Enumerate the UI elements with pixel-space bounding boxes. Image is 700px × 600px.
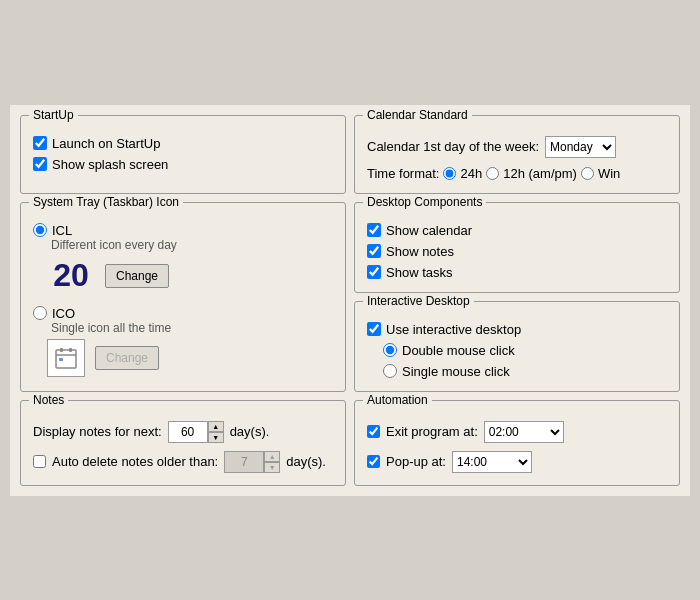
- display-unit: day(s).: [230, 424, 270, 439]
- show-notes-label: Show notes: [386, 244, 454, 259]
- single-click-label: Single mouse click: [402, 364, 510, 379]
- popup-checkbox[interactable]: [367, 455, 380, 468]
- time-24h-label: 24h: [460, 166, 482, 181]
- automation-group: Automation Exit program at: 02:00 03:00 …: [354, 400, 680, 486]
- auto-delete-up-button[interactable]: ▲: [264, 451, 280, 462]
- calendar-standard-group: Calendar Standard Calendar 1st day of th…: [354, 115, 680, 194]
- double-click-row: Double mouse click: [383, 343, 667, 358]
- double-click-label: Double mouse click: [402, 343, 515, 358]
- popup-label: Pop-up at:: [386, 454, 446, 469]
- auto-delete-spinner: ▲ ▼: [224, 451, 280, 473]
- icl-radio[interactable]: [33, 223, 47, 237]
- display-value-input[interactable]: [168, 421, 208, 443]
- ico-desc: Single icon all the time: [51, 321, 333, 335]
- auto-delete-checkbox[interactable]: [33, 455, 46, 468]
- desktop-components-group: Desktop Components Show calendar Show no…: [354, 202, 680, 293]
- desktop-components-title: Desktop Components: [363, 195, 486, 209]
- display-notes-row: Display notes for next: ▲ ▼ day(s).: [33, 421, 333, 443]
- startup-group: StartUp Launch on StartUp Show splash sc…: [20, 115, 346, 194]
- notes-group: Notes Display notes for next: ▲ ▼ day(s)…: [20, 400, 346, 486]
- show-calendar-label: Show calendar: [386, 223, 472, 238]
- ico-radio[interactable]: [33, 306, 47, 320]
- ico-option: ICO Single icon all the time Change: [33, 306, 333, 377]
- splash-label: Show splash screen: [52, 157, 168, 172]
- auto-delete-label: Auto delete notes older than:: [52, 454, 218, 469]
- icl-radio-row: ICL: [33, 223, 333, 238]
- icl-preview: 20 Change: [47, 256, 333, 296]
- auto-delete-arrows: ▲ ▼: [264, 451, 280, 473]
- first-day-label: Calendar 1st day of the week:: [367, 139, 539, 154]
- interactive-desktop-title: Interactive Desktop: [363, 294, 474, 308]
- first-day-select[interactable]: Monday Sunday Saturday: [545, 136, 616, 158]
- popup-row: Pop-up at: 14:00 08:00 09:00 Never: [367, 451, 667, 473]
- show-tasks-checkbox[interactable]: [367, 265, 381, 279]
- ico-radio-row: ICO: [33, 306, 333, 321]
- display-label: Display notes for next:: [33, 424, 162, 439]
- exit-label: Exit program at:: [386, 424, 478, 439]
- first-day-row: Calendar 1st day of the week: Monday Sun…: [367, 136, 667, 158]
- calendar-icon: [47, 339, 85, 377]
- show-tasks-label: Show tasks: [386, 265, 452, 280]
- display-up-button[interactable]: ▲: [208, 421, 224, 432]
- time-format-row: Time format: 24h 12h (am/pm) Win: [367, 166, 667, 181]
- auto-delete-row: Auto delete notes older than: ▲ ▼ day(s)…: [33, 451, 333, 473]
- system-tray-title: System Tray (Taskbar) Icon: [29, 195, 183, 209]
- single-click-row: Single mouse click: [383, 364, 667, 379]
- auto-delete-value-input[interactable]: [224, 451, 264, 473]
- ico-preview: Change: [47, 339, 333, 377]
- time-win-label: Win: [598, 166, 620, 181]
- time-24h-radio[interactable]: [443, 167, 456, 180]
- svg-rect-2: [60, 348, 63, 352]
- icl-change-button[interactable]: Change: [105, 264, 169, 288]
- ico-change-button[interactable]: Change: [95, 346, 159, 370]
- calendar-standard-title: Calendar Standard: [363, 108, 472, 122]
- show-notes-checkbox[interactable]: [367, 244, 381, 258]
- show-calendar-checkbox[interactable]: [367, 223, 381, 237]
- icl-desc: Different icon every day: [51, 238, 333, 252]
- show-calendar-row: Show calendar: [367, 223, 667, 238]
- popup-select[interactable]: 14:00 08:00 09:00 Never: [452, 451, 532, 473]
- display-spinner: ▲ ▼: [168, 421, 224, 443]
- show-tasks-row: Show tasks: [367, 265, 667, 280]
- time-12h-radio[interactable]: [486, 167, 499, 180]
- launch-checkbox[interactable]: [33, 136, 47, 150]
- interactive-desktop-group: Interactive Desktop Use interactive desk…: [354, 301, 680, 392]
- svg-rect-4: [59, 358, 63, 361]
- exit-checkbox[interactable]: [367, 425, 380, 438]
- auto-delete-down-button[interactable]: ▼: [264, 462, 280, 473]
- system-tray-group: System Tray (Taskbar) Icon ICL Different…: [20, 202, 346, 392]
- icl-number-icon: 20: [47, 256, 95, 296]
- ico-label: ICO: [52, 306, 75, 321]
- time-12h-label: 12h (am/pm): [503, 166, 577, 181]
- svg-rect-3: [69, 348, 72, 352]
- time-win-radio[interactable]: [581, 167, 594, 180]
- use-interactive-checkbox[interactable]: [367, 322, 381, 336]
- display-arrows: ▲ ▼: [208, 421, 224, 443]
- splash-checkbox[interactable]: [33, 157, 47, 171]
- time-format-label: Time format:: [367, 166, 439, 181]
- notes-title: Notes: [29, 393, 68, 407]
- automation-title: Automation: [363, 393, 432, 407]
- auto-delete-unit: day(s).: [286, 454, 326, 469]
- icl-label: ICL: [52, 223, 72, 238]
- splash-row: Show splash screen: [33, 157, 333, 172]
- exit-row: Exit program at: 02:00 03:00 04:00 Never: [367, 421, 667, 443]
- display-down-button[interactable]: ▼: [208, 432, 224, 443]
- single-click-radio[interactable]: [383, 364, 397, 378]
- use-interactive-label: Use interactive desktop: [386, 322, 521, 337]
- double-click-radio[interactable]: [383, 343, 397, 357]
- show-notes-row: Show notes: [367, 244, 667, 259]
- icl-option: ICL Different icon every day 20 Change: [33, 223, 333, 296]
- exit-select[interactable]: 02:00 03:00 04:00 Never: [484, 421, 564, 443]
- launch-row: Launch on StartUp: [33, 136, 333, 151]
- main-container: StartUp Launch on StartUp Show splash sc…: [10, 105, 690, 496]
- use-interactive-row: Use interactive desktop: [367, 322, 667, 337]
- startup-title: StartUp: [29, 108, 78, 122]
- launch-label: Launch on StartUp: [52, 136, 160, 151]
